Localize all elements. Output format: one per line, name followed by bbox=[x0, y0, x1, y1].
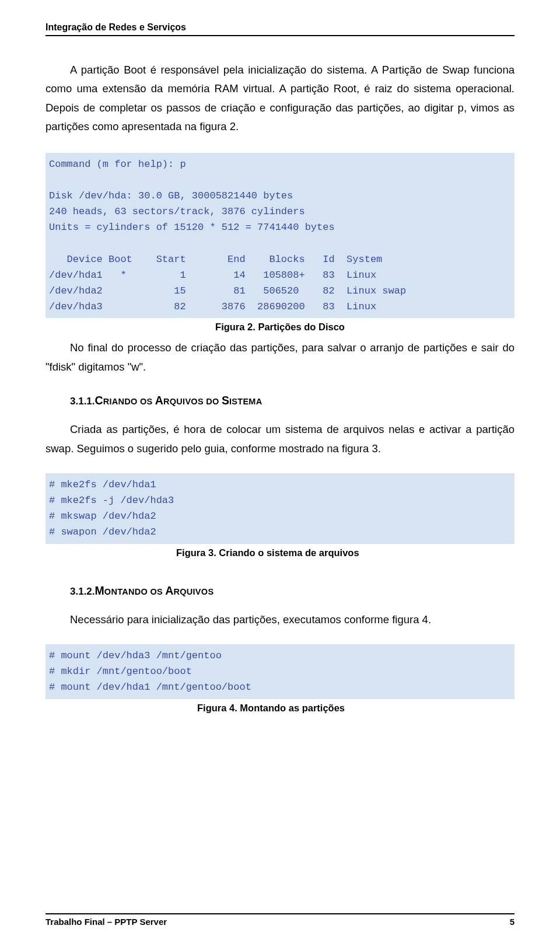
paragraph-after-fig2: No final do processo de criação das part… bbox=[46, 338, 514, 376]
code-figure-2: Command (m for help): p Disk /dev/hda: 3… bbox=[46, 153, 514, 319]
document-page: Integração de Redes e Serviços A partiçã… bbox=[0, 0, 560, 943]
cap-letter: A bbox=[165, 584, 173, 597]
caption-figure-2: Figura 2. Partições do Disco bbox=[46, 322, 514, 333]
running-header: Integração de Redes e Serviços bbox=[46, 22, 514, 36]
smallcaps: RIANDO OS bbox=[103, 397, 155, 406]
cap-letter: C bbox=[95, 394, 103, 407]
subsection-num: 3.1.1. bbox=[70, 396, 95, 407]
subsection-num: 3.1.2. bbox=[70, 586, 95, 597]
paragraph-intro: A partição Boot é responsável pela inici… bbox=[46, 61, 514, 137]
cap-letter: M bbox=[95, 584, 104, 597]
smallcaps: ISTEMA bbox=[229, 397, 262, 406]
paragraph-3-1-1: Criada as partições, é hora de colocar u… bbox=[46, 420, 514, 458]
subsection-3-1-1: 3.1.1.CRIANDO OS ARQUIVOS DO SISTEMA bbox=[46, 394, 514, 407]
caption-figure-3: Figura 3. Criando o sistema de arquivos bbox=[46, 547, 514, 558]
page-footer: Trabalho Final – PPTP Server 5 bbox=[46, 913, 514, 927]
smallcaps: ONTANDO OS bbox=[104, 587, 166, 596]
cap-letter: A bbox=[155, 394, 163, 407]
code-figure-3: # mke2fs /dev/hda1 # mke2fs -j /dev/hda3… bbox=[46, 473, 514, 544]
footer-left: Trabalho Final – PPTP Server bbox=[46, 917, 167, 927]
smallcaps: RQUIVOS bbox=[173, 587, 214, 596]
cap-letter: S bbox=[222, 394, 229, 407]
footer-page-number: 5 bbox=[510, 917, 514, 927]
subsection-3-1-2: 3.1.2.MONTANDO OS ARQUIVOS bbox=[46, 584, 514, 598]
caption-figure-4: Figura 4. Montando as partições bbox=[46, 703, 514, 714]
code-figure-4: # mount /dev/hda3 /mnt/gentoo # mkdir /m… bbox=[46, 644, 514, 699]
paragraph-3-1-2: Necessário para inicialização das partiç… bbox=[46, 610, 514, 629]
smallcaps: RQUIVOS DO bbox=[163, 397, 222, 406]
